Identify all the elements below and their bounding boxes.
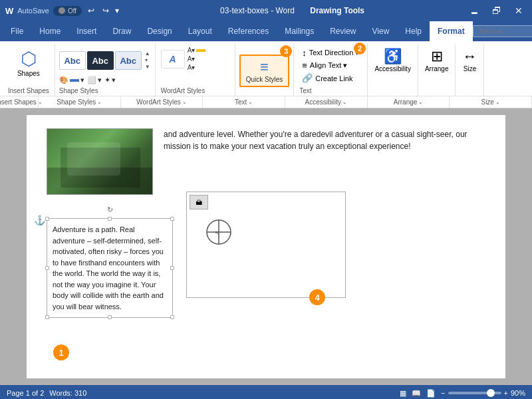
- restore-button[interactable]: 🗗: [488, 4, 505, 17]
- tab-design[interactable]: Design: [139, 21, 180, 41]
- redo-button[interactable]: ↪: [100, 6, 111, 15]
- text-effects-button[interactable]: A▾: [188, 64, 206, 71]
- word-count: Words: 310: [49, 389, 86, 397]
- anchor-icon: ⚓: [34, 213, 45, 227]
- arrange-label-row[interactable]: Arrange ⌄: [368, 96, 450, 108]
- style-medium[interactable]: Abc: [115, 51, 142, 70]
- chain-link-icon: 🔗: [302, 73, 313, 83]
- create-link-label: Create Link: [315, 74, 352, 82]
- size-expand-icon: ⌄: [495, 99, 500, 105]
- text-box-2[interactable]: 🏔 ↖ 4: [186, 192, 346, 298]
- align-text-button[interactable]: ≡ Align Text ▾: [299, 59, 362, 72]
- tab-draw[interactable]: Draw: [104, 21, 139, 41]
- document-title: 03-text-boxes - Word Drawing Tools: [220, 6, 364, 15]
- print-layout-icon[interactable]: 📄: [426, 389, 436, 398]
- style-boxes-row: Abc Abc Abc ▲ ▾ ▼: [59, 47, 151, 74]
- zoom-slider[interactable]: [448, 392, 501, 394]
- wordart-style-btn[interactable]: A: [161, 50, 185, 68]
- shape-styles-label-row[interactable]: Shape Styles ⌄: [39, 96, 121, 108]
- close-button[interactable]: ✕: [511, 4, 527, 17]
- wordart-styles-label-row[interactable]: WordArt Styles ⌄: [121, 96, 203, 108]
- text-fill-button[interactable]: A▾: [188, 47, 206, 54]
- text-box-1[interactable]: ↻ ⚓ Adventure is a path. Real adventure …: [47, 218, 173, 318]
- align-text-label: Align Text ▾: [310, 61, 348, 70]
- shape-styles-expand-icon: ⌄: [97, 99, 102, 105]
- shape-outline-button[interactable]: ⬜▾: [87, 76, 102, 84]
- text-fill-bar: [196, 49, 205, 52]
- quick-styles-button[interactable]: ≡ Quick Styles: [239, 55, 290, 87]
- tab-review[interactable]: Review: [322, 21, 364, 41]
- accessibility-label-row[interactable]: Accessibility ⌄: [285, 96, 368, 108]
- page-image: [47, 128, 153, 195]
- shape-fill-button[interactable]: 🎨 ▾: [59, 76, 84, 84]
- scroll-expand-icon[interactable]: ▾: [144, 57, 151, 64]
- zoom-thumb: [487, 389, 495, 397]
- tab-file[interactable]: File: [3, 21, 31, 41]
- handle-ml[interactable]: [45, 266, 49, 270]
- handle-bl[interactable]: [45, 315, 49, 319]
- toggle-dot: [59, 7, 65, 14]
- text-outline-button[interactable]: A▾: [188, 55, 206, 63]
- layout-icon[interactable]: ▦: [400, 389, 406, 398]
- tab-view[interactable]: View: [364, 21, 398, 41]
- accessibility-icon: ♿: [384, 48, 402, 65]
- status-right: ▦ 📖 📄 − + 90%: [400, 389, 525, 398]
- ribbon: File Home Insert Draw Design Layout Refe…: [0, 21, 532, 108]
- tab-references[interactable]: References: [220, 21, 277, 41]
- rotate-handle[interactable]: ↻: [107, 204, 113, 215]
- zoom-in-button[interactable]: +: [504, 389, 508, 397]
- handle-tc[interactable]: [108, 217, 112, 221]
- arrange-group: ⊞ Arrange: [418, 44, 456, 96]
- size-label-row[interactable]: Size ⌄: [450, 96, 532, 108]
- tab-home[interactable]: Home: [31, 21, 68, 41]
- scroll-down-icon[interactable]: ▼: [144, 64, 151, 70]
- accessibility-label: Accessibility: [374, 65, 410, 72]
- ribbon-right: ⬆ 💬: [473, 25, 532, 38]
- size-label: Size: [464, 65, 476, 72]
- minimize-button[interactable]: 🗕: [466, 4, 483, 17]
- scroll-up-icon[interactable]: ▲: [144, 51, 151, 57]
- handle-mr[interactable]: [170, 266, 174, 270]
- shapes-button[interactable]: ⬡ Shapes: [15, 47, 43, 78]
- handle-br[interactable]: [170, 315, 174, 319]
- fill-color-bar: [70, 79, 79, 82]
- arrange-expand-icon: ⌄: [418, 99, 423, 105]
- tab-row: File Home Insert Draw Design Layout Refe…: [0, 21, 532, 41]
- style-white-label: Abc: [64, 56, 80, 66]
- styles-scroll: ▲ ▾ ▼: [144, 51, 151, 70]
- acc-expand-icon: ⌄: [342, 99, 347, 105]
- handle-tr[interactable]: [170, 217, 174, 221]
- tab-layout[interactable]: Layout: [180, 21, 220, 41]
- text-direction-button[interactable]: ↕ Text Direction ▾: [299, 47, 362, 59]
- text-group: ↕ Text Direction ▾ 2 ≡ Align Text ▾ 🔗 Cr…: [294, 44, 368, 96]
- insert-shapes-label-row[interactable]: Insert Shapes ⌄: [0, 96, 39, 108]
- autosave-toggle[interactable]: Off: [53, 6, 82, 16]
- arrange-icon: ⊞: [431, 48, 443, 65]
- tell-me-input[interactable]: [473, 25, 532, 37]
- tab-insert[interactable]: Insert: [68, 21, 104, 41]
- tab-help[interactable]: Help: [397, 21, 430, 41]
- accessibility-button[interactable]: ♿ Accessibility: [372, 47, 413, 74]
- page-text-top: and adventure level. Whether you're a da…: [164, 128, 485, 195]
- style-white[interactable]: Abc: [59, 51, 86, 70]
- zoom-out-button[interactable]: −: [441, 389, 445, 397]
- arrange-button[interactable]: ⊞ Arrange: [422, 47, 452, 74]
- read-mode-icon[interactable]: 📖: [412, 389, 421, 398]
- undo-button[interactable]: ↩: [86, 6, 96, 15]
- svg-text:↖: ↖: [215, 229, 220, 237]
- create-link-button[interactable]: 🔗 Create Link: [299, 72, 362, 84]
- size-button[interactable]: ↔ Size: [460, 47, 479, 74]
- quick-styles-icon: ≡: [260, 59, 269, 76]
- more-commands-btn[interactable]: ▾: [115, 6, 119, 15]
- handle-tl[interactable]: [45, 217, 49, 221]
- style-dark[interactable]: Abc: [87, 51, 114, 70]
- text-label-row[interactable]: Text ⌄: [203, 96, 285, 108]
- quick-styles-section: ≡ Quick Styles 3: [235, 44, 295, 96]
- shape-effects-button[interactable]: ✦▾: [104, 76, 116, 84]
- tab-format[interactable]: Format: [430, 21, 473, 41]
- text-box-2-inner: 🏔 ↖: [187, 192, 345, 297]
- tab-mailings[interactable]: Mailings: [277, 21, 322, 41]
- handle-bc[interactable]: [108, 315, 112, 319]
- badge-2: 2: [354, 43, 366, 55]
- insert-shapes-group: ⬡ Shapes Insert Shapes: [3, 44, 55, 96]
